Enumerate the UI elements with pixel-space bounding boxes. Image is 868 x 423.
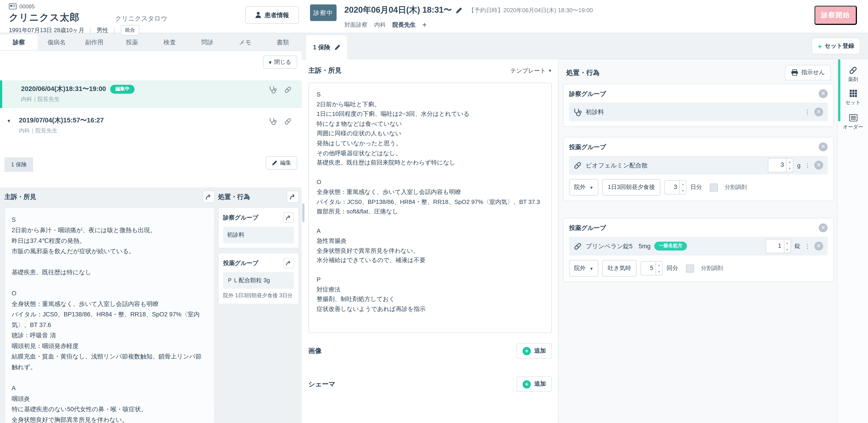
toolbar-item-label: オーダー [837, 123, 868, 131]
copy-forward-button[interactable] [203, 191, 215, 203]
quantity-value: 1 [766, 239, 783, 253]
person-icon [255, 11, 261, 18]
tab-fukusayo[interactable]: 副作用 [75, 34, 113, 51]
remove-group-icon[interactable]: ✕ [819, 89, 828, 98]
tab-toyaku[interactable]: 投薬 [113, 34, 151, 51]
prescription-place-select[interactable]: 院外 ▼ [569, 260, 598, 277]
entry-icons [269, 86, 291, 94]
tab-shorui[interactable]: 書類 [264, 34, 302, 51]
kebab-menu-icon[interactable]: ⋮ [804, 243, 810, 250]
stepper-arrows[interactable]: ▲▼ [679, 180, 686, 194]
remove-group-icon[interactable]: ✕ [819, 223, 828, 232]
stepper-arrows[interactable]: ▲▼ [784, 239, 790, 253]
insurance-tab-left[interactable]: 1 保険 [4, 158, 33, 172]
days-stepper[interactable]: 3 ▲▼ [664, 180, 686, 195]
patient-id-row: 00085 [9, 3, 35, 9]
usage-row: 院外 ▼ 1日3回朝昼夕食後 3 ▲▼ 日分 分割調剤 [569, 179, 828, 196]
chart-tabs: 診察 傷病名 副作用 投薬 検査 問診 メモ 書類 [0, 34, 302, 51]
order-row-biofermin[interactable]: ビオフェルミン配合散 3 ▲▼ g ⋮ ✕ [569, 156, 828, 174]
stethoscope-icon [269, 86, 277, 94]
tab-memo[interactable]: メモ [226, 34, 264, 51]
stepper-arrows[interactable]: ▲▼ [786, 159, 793, 172]
chevron-down-icon: ▼ [548, 69, 552, 73]
copy-forward-button[interactable] [283, 212, 294, 223]
split-dispense-label: 分割調剤 [725, 184, 747, 191]
department: 内科 [374, 21, 386, 29]
quantity-stepper[interactable]: 3 ▲▼ [768, 158, 794, 172]
toolbar-item-label: 薬剤 [837, 76, 868, 83]
usage-timing-field[interactable]: 吐き気時 [602, 260, 637, 277]
copy-forward-button[interactable] [287, 191, 299, 203]
soap-column: 主訴・所見 S 2日前から鼻汁・咽頭痛が、夜には咳と微熱も出現。 昨日は37.4… [4, 191, 215, 423]
quantity-stepper[interactable]: 1 ▲▼ [765, 239, 791, 253]
usage-row: 院外 ▼ 吐き気時 5 ▲▼ 回分 分割調剤 [569, 260, 828, 277]
patient-info-button[interactable]: 患者情報 [245, 6, 299, 24]
add-image-button[interactable]: + 追加 [517, 343, 552, 359]
patient-name: クリニクス太郎 [9, 11, 80, 24]
edit-button[interactable]: 編集 [266, 157, 298, 170]
add-staff-button[interactable]: + [423, 21, 427, 29]
toolbar-item-drugs[interactable]: 薬剤 [837, 65, 868, 83]
order-side-toolbar: 薬剤 セット オーダー [837, 59, 868, 423]
pencil-icon[interactable] [334, 45, 340, 51]
tab-shobyomei[interactable]: 傷病名 [38, 34, 75, 51]
remove-item-icon[interactable]: ✕ [814, 242, 823, 251]
count-stepper[interactable]: 5 ▲▼ [641, 261, 663, 276]
order-row-shoshinryo[interactable]: 初診料 ⋮ ✕ [569, 103, 828, 121]
days-value: 3 [665, 180, 680, 194]
pencil-icon[interactable] [456, 7, 462, 13]
scrollbar-handle[interactable] [302, 203, 305, 222]
kebab-menu-icon[interactable]: ⋮ [804, 162, 810, 169]
count-unit: 回分 [666, 264, 678, 272]
entry-date: 2019/07/04(木)15:57〜16:27 [19, 116, 104, 125]
remove-group-icon[interactable]: ✕ [819, 142, 828, 151]
toolbar-item-label: セット [837, 99, 868, 106]
split-dispense-checkbox[interactable] [686, 264, 694, 273]
forward-arrow-icon [206, 194, 212, 200]
encounter-meta-row: 対面診察 内科 院長先生 + [344, 21, 427, 29]
patient-kana: クリニクスタロウ [115, 15, 167, 23]
tab-kensa[interactable]: 検査 [151, 34, 188, 51]
soap-editor-textarea[interactable]: S 2日前から嘔吐と下痢。 1日に10回程度の下痢、嘔吐は2−3回、水分はとれて… [308, 83, 552, 333]
pill-icon [848, 66, 857, 75]
copy-forward-button[interactable] [283, 258, 294, 269]
caret-down-icon[interactable]: ▼ [6, 119, 11, 123]
collapse-button[interactable]: ▾ 閉じる [263, 55, 297, 69]
plus-circle-icon: + [523, 347, 531, 355]
usage-timing-field[interactable]: 1日3回朝昼夕食後 [602, 179, 660, 196]
toolbar-item-sets[interactable]: セット [837, 88, 868, 106]
group-title: 診察グループ [223, 214, 258, 221]
split-dispense-checkbox[interactable] [710, 183, 718, 192]
add-schema-button[interactable]: + 追加 [517, 376, 552, 392]
tab-shinsatsu[interactable]: 診察 [0, 34, 38, 51]
print-order-sheet-button[interactable]: 指示せん [784, 65, 831, 81]
prescription-place-select[interactable]: 院外 ▼ [569, 179, 598, 196]
kebab-menu-icon[interactable]: ⋮ [804, 108, 810, 116]
insurance-tab-editor[interactable]: 1 保険 [306, 35, 347, 59]
editing-badge: 編集中 [110, 84, 134, 93]
set-register-button[interactable]: + セット登録 [812, 38, 860, 54]
drug-name: プリンペラン錠5 5mg [586, 242, 651, 250]
merge-button[interactable]: 統合 [121, 25, 139, 35]
soap-title: 主訴・所見 [4, 193, 36, 201]
tab-monshin[interactable]: 問診 [188, 34, 226, 51]
order-row-primperan[interactable]: プリンペラン錠5 5mg 一般名処方 1 ▲▼ 錠 ⋮ ✕ [569, 237, 828, 255]
history-panel: 診察 傷病名 副作用 投薬 検査 問診 メモ 書類 ▾ 閉じる 2020/06/… [0, 33, 302, 423]
count-value: 5 [641, 262, 655, 275]
karte-entry-current[interactable]: 2020/06/04(木)18:31〜19:00 編集中 内科｜院長先生 [0, 80, 302, 108]
karte-entry-previous[interactable]: ▼ 2019/07/04(木)15:57〜16:27 内科｜院長先生 [0, 112, 302, 140]
toolbar-item-orders[interactable]: オーダー [837, 112, 868, 131]
pill-icon [284, 86, 291, 94]
remove-item-icon[interactable]: ✕ [814, 108, 823, 116]
stepper-arrows[interactable]: ▲▼ [655, 262, 662, 275]
remove-item-icon[interactable]: ✕ [814, 161, 823, 170]
patient-birth-age: 1991年07月13日 28歳10ヶ月 [9, 26, 84, 34]
chevron-down-icon: ▼ [590, 186, 593, 189]
soap-editor-panel: 主訴・所見 テンプレート ▼ S 2日前から嘔吐と下痢。 1日に10回程度の下痢… [302, 59, 558, 423]
encounter-datetime: 2020年06月04日(木) 18:31〜 [344, 5, 452, 16]
entry-meta: 内科｜院長先生 [21, 95, 60, 103]
consult-start-button[interactable]: 診察開始 [814, 5, 857, 25]
id-card-icon [9, 3, 17, 9]
plus-icon: + [818, 42, 822, 50]
template-dropdown[interactable]: テンプレート ▼ [510, 67, 552, 75]
